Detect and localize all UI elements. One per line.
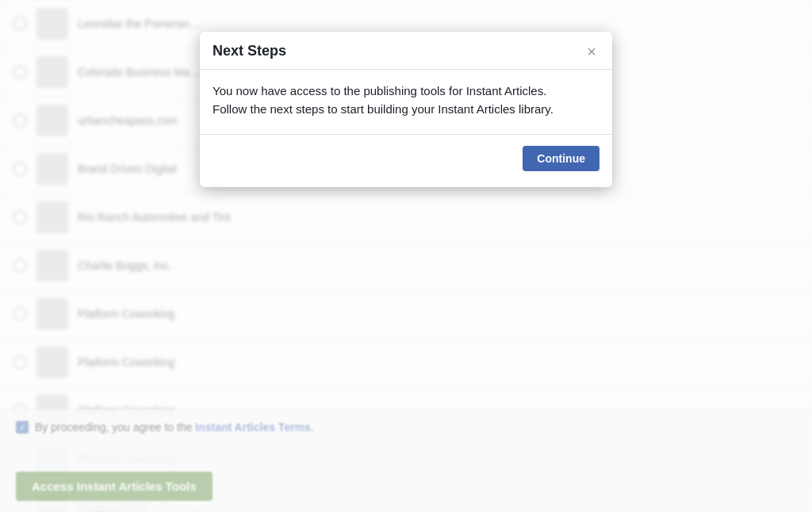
modal-close-button[interactable]: ×: [584, 44, 599, 59]
modal-header: Next Steps ×: [200, 32, 612, 70]
modal-message-line2: Follow the next steps to start building …: [213, 102, 553, 116]
next-steps-modal: Next Steps × You now have access to the …: [200, 32, 612, 187]
modal-message: You now have access to the publishing to…: [213, 82, 599, 118]
modal-title: Next Steps: [213, 43, 286, 59]
modal-footer: Continue: [213, 146, 599, 171]
modal-backdrop: Next Steps × You now have access to the …: [0, 0, 812, 512]
modal-body: You now have access to the publishing to…: [200, 70, 612, 187]
modal-message-line1: You now have access to the publishing to…: [213, 84, 546, 97]
continue-button[interactable]: Continue: [523, 146, 599, 171]
modal-divider: [200, 134, 612, 135]
